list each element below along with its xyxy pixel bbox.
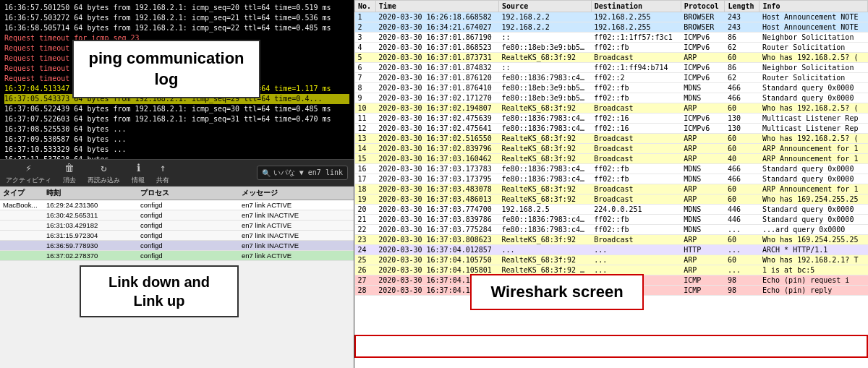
ws-cell: 60 xyxy=(725,53,760,63)
ws-cell: ... xyxy=(591,245,681,255)
ws-row[interactable]: 142020-03-30 16:37:02.839796RealteKS_68:… xyxy=(355,144,868,154)
ws-cell: 16 xyxy=(355,164,376,174)
ws-row[interactable]: 62020-03-30 16:37:01.874832::ff02::1:ff9… xyxy=(355,63,868,73)
ws-row[interactable]: 32020-03-30 16:37:01.867190::ff02::1:1ff… xyxy=(355,33,868,43)
toolbar-button[interactable]: ↑共有 xyxy=(156,161,169,185)
ws-cell: Broadcast xyxy=(591,144,681,154)
ws-cell: 25 xyxy=(355,255,376,265)
ws-cell: ARP xyxy=(681,255,725,265)
ws-cell: RealteKS_68:3f:92 xyxy=(499,53,592,63)
ws-row[interactable]: 132020-03-30 16:37:02.516550RealteKS_68:… xyxy=(355,134,868,144)
ws-row[interactable]: 42020-03-30 16:37:01.868523fe80::18eb:3e… xyxy=(355,43,868,53)
ws-cell: Who has 192.168.2.5? ( xyxy=(760,53,868,63)
toolbar-icon: ↑ xyxy=(156,161,169,174)
col-time: 時刻 xyxy=(46,188,140,198)
ws-cell: 192.168.2.2 xyxy=(499,22,592,33)
toolbar-label: 共有 xyxy=(156,176,169,185)
ws-cell: Host Announcement NOTE xyxy=(760,22,868,33)
ws-cell: 15 xyxy=(355,154,376,164)
ws-cell: 12 xyxy=(355,124,376,134)
log-time: 16:30:42.565311 xyxy=(46,211,140,219)
ws-cell: 224.0.0.251 xyxy=(591,205,681,215)
toolbar-icon: 🗑 xyxy=(63,161,76,174)
toolbar-label: 再読み込み xyxy=(88,176,120,185)
ws-cell: Standard query 0x0000 xyxy=(760,83,868,93)
log-row-bottom[interactable]: 16:36:59.778930 configd en7 link INACTIV… xyxy=(0,241,354,251)
ws-row[interactable]: 252020-03-30 16:37:04.105750RealteKS_68:… xyxy=(355,255,868,265)
right-panel: No.TimeSourceDestinationProtocolLengthIn… xyxy=(354,0,868,368)
ws-cell: Neighbor Solicitation xyxy=(760,33,868,43)
log-row-bottom[interactable]: 16:37:02.278370 configd en7 link ACTIVE xyxy=(0,251,354,261)
ws-row[interactable]: 102020-03-30 16:37:02.194807RealteKS_68:… xyxy=(355,103,868,114)
ws-row[interactable]: 52020-03-30 16:37:01.873731RealteKS_68:3… xyxy=(355,53,868,63)
ws-row[interactable]: 192020-03-30 16:37:03.486013RealteKS_68:… xyxy=(355,194,868,205)
ws-cell: ARP Announcement for 1 xyxy=(760,154,868,164)
ws-row[interactable]: 202020-03-30 16:37:03.774700192.168.2.52… xyxy=(355,205,868,215)
ws-cell: Multicast Listener Rep xyxy=(760,114,868,124)
ws-cell: ... xyxy=(499,245,592,255)
wireshark-table: No.TimeSourceDestinationProtocolLengthIn… xyxy=(354,0,868,296)
log-time: 16:29:24.231360 xyxy=(46,201,140,209)
ws-row[interactable]: 72020-03-30 16:37:01.876120fe80::1836:79… xyxy=(355,73,868,83)
toolbar-button[interactable]: 🗑消去 xyxy=(63,161,76,185)
ws-cell: 2020-03-30 16:37:03.486013 xyxy=(375,194,498,205)
ws-cell: 21 xyxy=(355,215,376,225)
ws-row[interactable]: 182020-03-30 16:37:03.483078RealteKS_68:… xyxy=(355,184,868,194)
wireshark-table-container[interactable]: No.TimeSourceDestinationProtocolLengthIn… xyxy=(354,0,868,368)
log-row[interactable]: 16:31:03.429182 configd en7 link ACTIVE xyxy=(0,221,354,231)
ws-cell: fe80::18eb:3e9:bb57.. xyxy=(499,93,592,103)
ws-cell: 466 xyxy=(725,164,760,174)
ws-row[interactable]: 82020-03-30 16:37:01.876410fe80::18eb:3e… xyxy=(355,83,868,93)
ws-cell: Router Solicitation xyxy=(760,73,868,83)
log-row[interactable]: 16:31:15.972304 configd en7 link INACTIV… xyxy=(0,231,354,241)
link-label-box: Link down andLink up xyxy=(80,265,239,317)
ws-cell: RealteKS_68:3f:92 xyxy=(499,144,592,154)
ws-column-header: Length xyxy=(725,1,760,12)
ws-cell: Standard query 0x0000 xyxy=(760,215,868,225)
toolbar-search[interactable]: 🔍 いパな ▼ en7 link xyxy=(257,166,348,180)
ws-cell: fe80::1836:7983:c49.. xyxy=(499,124,592,134)
ws-row[interactable]: 212020-03-30 16:37:03.839786fe80::1836:7… xyxy=(355,215,868,225)
log-table-header: タイプ 時刻 プロセス メッセージ xyxy=(0,187,354,200)
toolbar-button[interactable]: ⚡アクティビティ xyxy=(6,161,51,185)
ws-row[interactable]: 122020-03-30 16:37:02.475641fe80::1836:7… xyxy=(355,124,868,134)
ws-row[interactable]: 222020-03-30 16:37:03.775284fe80::1836:7… xyxy=(355,225,868,235)
ws-cell: 2020-03-30 16:37:04.105750 xyxy=(375,255,498,265)
ws-cell: 2020-03-30 16:37:01.867190 xyxy=(375,33,498,43)
toolbar-button[interactable]: ↻再読み込み xyxy=(88,161,120,185)
ws-row[interactable]: 22020-03-30 16:34:21.674027192.168.2.219… xyxy=(355,22,868,33)
ws-cell: ARP xyxy=(681,184,725,194)
ws-cell: 6 xyxy=(355,63,376,73)
terminal-line: 16:36:58.505714 64 bytes from 192.168.2.… xyxy=(4,23,349,33)
ws-cell: Who has 192.168.2.1? T xyxy=(760,255,868,265)
ws-cell: 62 xyxy=(725,73,760,83)
ws-row[interactable]: 172020-03-30 16:37:03.173795fe80::1836:7… xyxy=(355,174,868,184)
ws-cell: fe80::1836:7983:c49.. xyxy=(499,225,592,235)
log-message: en7 link INACTIVE xyxy=(242,241,351,249)
ws-row[interactable]: 242020-03-30 16:37:04.012857......HTTP..… xyxy=(355,245,868,255)
ws-row[interactable]: 152020-03-30 16:37:03.160462RealteKS_68:… xyxy=(355,154,868,164)
log-row[interactable]: MacBook... 16:29:24.231360 configd en7 l… xyxy=(0,200,354,210)
ws-cell: 2020-03-30 16:26:18.668582 xyxy=(375,12,498,22)
ws-cell: ff02::1:1ff57:f3c1 xyxy=(591,33,681,43)
log-message: en7 link ACTIVE xyxy=(242,221,351,229)
ws-cell: 3 xyxy=(355,33,376,43)
ws-cell: ICMPv6 xyxy=(681,43,725,53)
ws-cell: 466 xyxy=(725,93,760,103)
ws-cell: Who has 192.168.2.5? ( xyxy=(760,103,868,114)
ws-cell: ARP xyxy=(681,154,725,164)
ws-row[interactable]: 112020-03-30 16:37:02.475639fe80::1836:7… xyxy=(355,114,868,124)
ws-row[interactable]: 12020-03-30 16:26:18.668582192.168.2.219… xyxy=(355,12,868,22)
toolbar-label: アクティビティ xyxy=(6,176,51,185)
toolbar-button[interactable]: ℹ情報 xyxy=(132,161,145,185)
ws-cell: 27 xyxy=(355,275,376,286)
ws-row[interactable]: 232020-03-30 16:37:03.808623RealteKS_68:… xyxy=(355,235,868,245)
ws-cell: 23 xyxy=(355,235,376,245)
ws-cell: Broadcast xyxy=(591,184,681,194)
log-type: MacBook... xyxy=(3,201,46,209)
ws-cell: MDNS xyxy=(681,83,725,93)
ws-row[interactable]: 92020-03-30 16:37:02.171270fe80::18eb:3e… xyxy=(355,93,868,103)
ws-cell: 60 xyxy=(725,184,760,194)
ws-row[interactable]: 162020-03-30 16:37:03.173783fe80::1836:7… xyxy=(355,164,868,174)
log-row[interactable]: 16:30:42.565311 configd en7 link INACTIV… xyxy=(0,210,354,221)
